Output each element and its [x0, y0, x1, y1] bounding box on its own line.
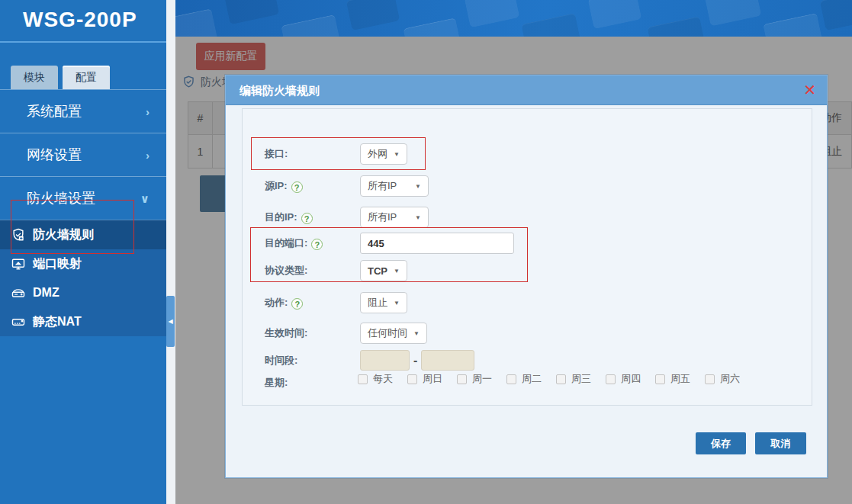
weekday-sunday: 周日: [407, 372, 442, 386]
effective-time-value: 任何时间: [368, 326, 407, 340]
save-button[interactable]: 保存: [696, 432, 746, 454]
effective-time-label: 生效时间:: [265, 326, 307, 340]
field-row-action: 动作:? 阻止 ▼: [243, 292, 812, 313]
sidebar-item-system-config[interactable]: 系统配置 ›: [0, 89, 166, 133]
sidebar-item-label: 系统配置: [27, 104, 82, 119]
dst-ip-label: 目的IP:?: [265, 210, 313, 224]
close-icon[interactable]: ✕: [803, 81, 816, 99]
weekday-wednesday: 周三: [556, 372, 591, 386]
dst-ip-value: 所有IP: [368, 210, 397, 224]
chevron-down-icon: ▼: [413, 330, 420, 337]
protocol-value: TCP: [368, 265, 387, 277]
dst-port-input[interactable]: [360, 233, 514, 254]
page: WSG-200P 模块 配置 系统配置 › 网络设置 › 防火墙设置 ∨: [0, 0, 852, 504]
week-label: 星期:: [265, 376, 288, 390]
tab-config[interactable]: 配置: [63, 66, 110, 89]
sidebar-tabs: 模块 配置: [11, 66, 166, 89]
sidebar-item-label: 网络设置: [27, 147, 82, 162]
server-icon: [11, 285, 26, 300]
collapse-arrow-icon: ◀: [168, 318, 172, 325]
cancel-button[interactable]: 取消: [755, 432, 806, 454]
chevron-right-icon: ›: [146, 90, 150, 133]
field-row-protocol: 协议类型: TCP ▼: [243, 260, 812, 281]
dst-ip-label-text: 目的IP:: [265, 211, 297, 223]
friday-checkbox[interactable]: [655, 374, 665, 384]
weekday-label: 周三: [571, 372, 591, 386]
time-range-label: 时间段:: [265, 354, 297, 368]
field-row-effective-time: 生效时间: 任何时间 ▼: [243, 323, 812, 344]
weekday-label: 周四: [621, 372, 641, 386]
src-ip-select[interactable]: 所有IP ▼: [360, 175, 429, 197]
sidebar-gutter: [166, 0, 175, 504]
field-row-time-range: 时间段: -: [243, 350, 812, 371]
sidebar-item-label: 端口映射: [33, 256, 82, 272]
action-value: 阻止: [368, 296, 387, 310]
weekday-checkbox-group: 每天 周日 周一 周二 周三 周四 周五 周六: [358, 372, 748, 386]
src-ip-label-text: 源IP:: [265, 180, 288, 191]
sidebar-item-network-settings[interactable]: 网络设置 ›: [0, 133, 166, 176]
action-select[interactable]: 阻止 ▼: [360, 292, 407, 313]
field-row-src-ip: 源IP:? 所有IP ▼: [243, 175, 812, 197]
weekday-label: 周五: [670, 372, 690, 386]
sidebar-menu: 系统配置 › 网络设置 › 防火墙设置 ∨ 防火: [0, 89, 166, 336]
chevron-right-icon: ›: [146, 133, 150, 177]
weekday-friday: 周五: [655, 372, 690, 386]
action-label: 动作:?: [265, 296, 303, 310]
sidebar: WSG-200P 模块 配置 系统配置 › 网络设置 › 防火墙设置 ∨: [0, 0, 166, 504]
sidebar-item-static-nat[interactable]: 静态NAT: [0, 307, 166, 336]
saturday-checkbox[interactable]: [705, 374, 715, 384]
sidebar-item-port-mapping[interactable]: 端口映射: [0, 249, 166, 278]
chevron-down-icon: ▼: [394, 151, 400, 158]
weekday-monday: 周一: [457, 372, 492, 386]
sidebar-item-firewall-settings[interactable]: 防火墙设置 ∨: [0, 176, 166, 220]
tuesday-checkbox[interactable]: [506, 374, 516, 384]
time-end-input: [421, 350, 474, 371]
src-ip-label: 源IP:?: [265, 179, 303, 193]
interface-label: 接口:: [265, 147, 288, 161]
banner-keyboard-image: [169, 0, 852, 37]
shield-check-icon: [11, 227, 26, 242]
weekday-label: 周六: [720, 372, 740, 386]
drive-icon: [11, 314, 26, 329]
interface-select[interactable]: 外网 ▼: [360, 143, 407, 165]
monday-checkbox[interactable]: [457, 374, 467, 384]
thursday-checkbox[interactable]: [606, 374, 616, 384]
sidebar-item-label: 防火墙设置: [27, 191, 95, 206]
time-range-separator: -: [413, 354, 417, 368]
dst-ip-select[interactable]: 所有IP ▼: [360, 207, 429, 228]
chevron-down-icon: ▼: [415, 214, 421, 221]
sidebar-item-label: 静态NAT: [33, 314, 82, 330]
sidebar-collapse-handle[interactable]: ◀: [166, 296, 175, 347]
dialog-form-panel: 接口: 外网 ▼ 源IP:? 所有IP ▼ 目的IP: [242, 108, 812, 406]
field-row-interface: 接口: 外网 ▼: [243, 143, 812, 165]
everyday-checkbox[interactable]: [358, 374, 368, 384]
help-icon[interactable]: ?: [301, 213, 313, 224]
action-label-text: 动作:: [265, 297, 288, 308]
help-icon[interactable]: ?: [291, 298, 303, 310]
tab-modules[interactable]: 模块: [11, 66, 58, 89]
wednesday-checkbox[interactable]: [556, 374, 566, 384]
dst-port-label-text: 目的端口:: [265, 237, 307, 249]
effective-time-select[interactable]: 任何时间 ▼: [360, 323, 427, 344]
weekday-everyday: 每天: [358, 372, 393, 386]
sunday-checkbox[interactable]: [407, 374, 417, 384]
edit-firewall-rule-dialog: 编辑防火墙规则 ✕ 接口: 外网 ▼ 源IP:? 所有IP ▼: [225, 75, 828, 478]
protocol-select[interactable]: TCP ▼: [360, 260, 407, 281]
weekday-label: 周二: [522, 372, 542, 386]
field-row-dst-ip: 目的IP:? 所有IP ▼: [243, 207, 812, 228]
app-logo: WSG-200P: [0, 0, 166, 43]
dialog-title: 编辑防火墙规则: [226, 75, 827, 105]
weekday-tuesday: 周二: [506, 372, 542, 386]
src-ip-value: 所有IP: [368, 179, 397, 193]
help-icon[interactable]: ?: [291, 181, 303, 193]
firewall-submenu: 防火墙规则 端口映射: [0, 220, 166, 336]
weekday-label: 周一: [472, 372, 492, 386]
sidebar-item-dmz[interactable]: DMZ: [0, 278, 166, 307]
chevron-down-icon: ∨: [140, 177, 150, 220]
sidebar-item-firewall-rules[interactable]: 防火墙规则: [0, 220, 166, 249]
help-icon[interactable]: ?: [311, 239, 323, 250]
chevron-down-icon: ▼: [394, 300, 400, 307]
interface-value: 外网: [368, 147, 387, 161]
time-start-input: [360, 350, 410, 371]
field-row-dst-port: 目的端口:?: [243, 233, 812, 254]
